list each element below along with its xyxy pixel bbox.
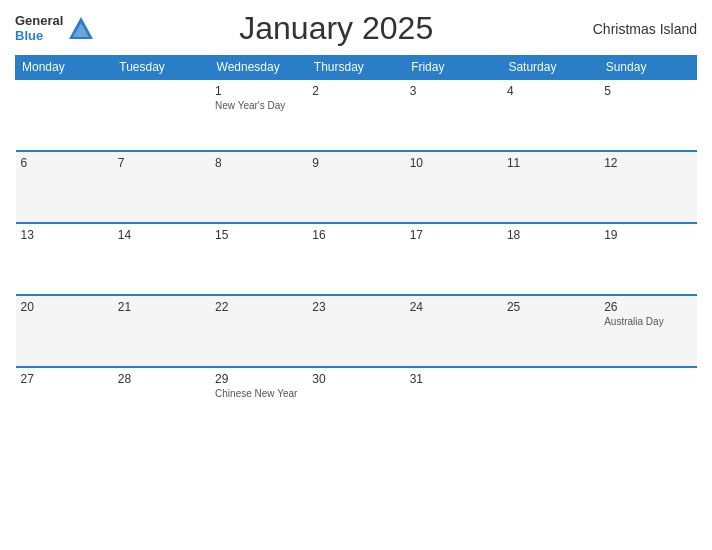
- day-cell: 24: [405, 295, 502, 367]
- day-cell: 18: [502, 223, 599, 295]
- holiday-name: New Year's Day: [215, 100, 302, 112]
- week-row-4: 20212223242526Australia Day: [16, 295, 697, 367]
- logo-general-text: General: [15, 14, 63, 28]
- day-number: 19: [604, 228, 691, 242]
- day-number: 20: [21, 300, 108, 314]
- day-number: 16: [312, 228, 399, 242]
- day-number: 14: [118, 228, 205, 242]
- location: Christmas Island: [577, 21, 697, 37]
- logo: General Blue: [15, 14, 95, 43]
- day-cell: 13: [16, 223, 113, 295]
- day-number: 1: [215, 84, 302, 98]
- logo-text: General Blue: [15, 14, 63, 43]
- calendar-header: Monday Tuesday Wednesday Thursday Friday…: [16, 56, 697, 80]
- month-title: January 2025: [95, 10, 577, 47]
- day-number: 13: [21, 228, 108, 242]
- col-sunday: Sunday: [599, 56, 696, 80]
- holiday-name: Australia Day: [604, 316, 691, 328]
- day-number: 10: [410, 156, 497, 170]
- day-number: 27: [21, 372, 108, 386]
- day-number: 31: [410, 372, 497, 386]
- day-cell: 11: [502, 151, 599, 223]
- day-cell: 6: [16, 151, 113, 223]
- holiday-name: Chinese New Year: [215, 388, 302, 400]
- day-cell: 17: [405, 223, 502, 295]
- day-number: 22: [215, 300, 302, 314]
- header: General Blue January 2025 Christmas Isla…: [15, 10, 697, 47]
- week-row-1: 1New Year's Day2345: [16, 79, 697, 151]
- day-cell: [502, 367, 599, 439]
- col-thursday: Thursday: [307, 56, 404, 80]
- day-cell: 3: [405, 79, 502, 151]
- day-number: 30: [312, 372, 399, 386]
- week-row-2: 6789101112: [16, 151, 697, 223]
- week-row-5: 272829Chinese New Year3031: [16, 367, 697, 439]
- days-of-week-row: Monday Tuesday Wednesday Thursday Friday…: [16, 56, 697, 80]
- day-number: 23: [312, 300, 399, 314]
- col-wednesday: Wednesday: [210, 56, 307, 80]
- day-number: 21: [118, 300, 205, 314]
- day-cell: 28: [113, 367, 210, 439]
- week-row-3: 13141516171819: [16, 223, 697, 295]
- day-cell: 27: [16, 367, 113, 439]
- day-cell: 16: [307, 223, 404, 295]
- day-cell: 15: [210, 223, 307, 295]
- day-cell: 29Chinese New Year: [210, 367, 307, 439]
- day-cell: 21: [113, 295, 210, 367]
- logo-blue-text: Blue: [15, 29, 63, 43]
- day-number: 2: [312, 84, 399, 98]
- col-friday: Friday: [405, 56, 502, 80]
- day-cell: 1New Year's Day: [210, 79, 307, 151]
- day-cell: 25: [502, 295, 599, 367]
- day-number: 18: [507, 228, 594, 242]
- day-number: 5: [604, 84, 691, 98]
- col-saturday: Saturday: [502, 56, 599, 80]
- day-cell: 7: [113, 151, 210, 223]
- day-cell: 5: [599, 79, 696, 151]
- day-number: 8: [215, 156, 302, 170]
- day-cell: 23: [307, 295, 404, 367]
- day-number: 7: [118, 156, 205, 170]
- day-number: 28: [118, 372, 205, 386]
- day-number: 15: [215, 228, 302, 242]
- day-number: 24: [410, 300, 497, 314]
- day-cell: 10: [405, 151, 502, 223]
- day-number: 17: [410, 228, 497, 242]
- day-number: 3: [410, 84, 497, 98]
- day-number: 9: [312, 156, 399, 170]
- day-cell: 31: [405, 367, 502, 439]
- day-cell: 9: [307, 151, 404, 223]
- day-cell: 8: [210, 151, 307, 223]
- calendar-body: 1New Year's Day2345678910111213141516171…: [16, 79, 697, 439]
- day-cell: 22: [210, 295, 307, 367]
- day-number: 29: [215, 372, 302, 386]
- day-cell: 19: [599, 223, 696, 295]
- day-number: 4: [507, 84, 594, 98]
- col-monday: Monday: [16, 56, 113, 80]
- logo-icon: [67, 15, 95, 43]
- day-cell: 26Australia Day: [599, 295, 696, 367]
- day-cell: 20: [16, 295, 113, 367]
- calendar-table: Monday Tuesday Wednesday Thursday Friday…: [15, 55, 697, 439]
- col-tuesday: Tuesday: [113, 56, 210, 80]
- day-number: 26: [604, 300, 691, 314]
- day-cell: 2: [307, 79, 404, 151]
- day-number: 25: [507, 300, 594, 314]
- day-cell: [16, 79, 113, 151]
- day-cell: [599, 367, 696, 439]
- day-cell: 12: [599, 151, 696, 223]
- day-cell: 4: [502, 79, 599, 151]
- day-cell: 14: [113, 223, 210, 295]
- calendar-container: General Blue January 2025 Christmas Isla…: [0, 0, 712, 550]
- day-number: 12: [604, 156, 691, 170]
- day-number: 11: [507, 156, 594, 170]
- day-number: 6: [21, 156, 108, 170]
- day-cell: [113, 79, 210, 151]
- day-cell: 30: [307, 367, 404, 439]
